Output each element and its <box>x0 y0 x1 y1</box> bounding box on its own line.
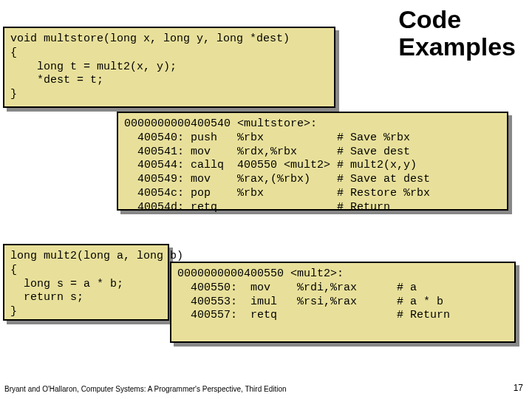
code-mult2-c: long mult2(long a, long b) { long s = a … <box>3 244 169 321</box>
title-line-1: Code <box>398 5 461 33</box>
title-line-2: Examples <box>398 33 516 61</box>
code-multstore-asm: 0000000000400540 <multstore>: 400540: pu… <box>117 112 508 211</box>
slide-title: Code Examples <box>398 6 516 61</box>
code-mult2-asm: 0000000000400550 <mult2>: 400550: mov %r… <box>170 262 516 343</box>
footer-citation: Bryant and O'Hallaron, Computer Systems:… <box>4 385 287 393</box>
code-multstore-c: void multstore(long x, long y, long *des… <box>3 27 335 108</box>
page-number: 17 <box>514 383 523 393</box>
